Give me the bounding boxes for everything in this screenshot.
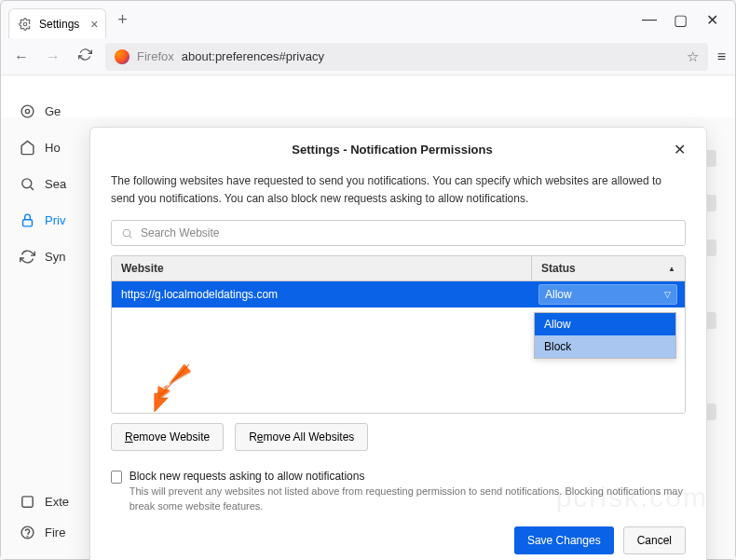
action-buttons: Remove Website Remove All Websites xyxy=(111,423,686,451)
column-status[interactable]: Status ▲ xyxy=(531,256,685,280)
toolbar: ← → Firefox about:preferences#privacy ☆ … xyxy=(1,38,735,75)
column-website[interactable]: Website xyxy=(112,256,531,280)
save-changes-button[interactable]: Save Changes xyxy=(514,526,614,554)
back-button[interactable]: ← xyxy=(10,48,33,65)
close-icon[interactable]: × xyxy=(90,17,98,32)
search-icon xyxy=(121,227,133,239)
status-value: Allow xyxy=(545,288,572,301)
remove-all-button[interactable]: Remove All Websites xyxy=(235,423,368,451)
svg-point-2 xyxy=(21,105,34,117)
bookmark-star-icon[interactable]: ☆ xyxy=(687,48,699,65)
status-dropdown: Allow Block xyxy=(534,312,676,359)
close-button[interactable]: ✕ xyxy=(705,11,718,29)
window-controls: — ▢ ✕ xyxy=(642,11,728,29)
firefox-logo-icon xyxy=(115,49,129,64)
modal-backdrop: Settings - Notification Permissions ✕ Th… xyxy=(1,117,735,559)
table-header: Website Status ▲ xyxy=(112,256,685,281)
website-cell: https://g.localmodeldatings.com xyxy=(112,288,531,301)
svg-point-0 xyxy=(23,22,27,26)
block-new-checkbox[interactable] xyxy=(111,471,122,484)
status-cell: Allow ▽ xyxy=(531,284,685,305)
modal-header: Settings - Notification Permissions ✕ xyxy=(111,131,686,167)
url-bar[interactable]: Firefox about:preferences#privacy ☆ xyxy=(105,43,708,71)
sort-indicator-icon: ▲ xyxy=(668,265,675,273)
block-new-label[interactable]: Block new requests asking to allow notif… xyxy=(129,470,686,483)
url-text: about:preferences#privacy xyxy=(182,49,324,63)
table-row[interactable]: https://g.localmodeldatings.com Allow ▽ xyxy=(112,281,685,307)
column-status-label: Status xyxy=(541,262,576,275)
gear-icon xyxy=(19,18,32,31)
new-tab-button[interactable]: + xyxy=(112,8,133,32)
browser-window: Settings × + — ▢ ✕ ← → Firefox about:pre… xyxy=(0,0,736,560)
reload-button[interactable] xyxy=(74,48,96,65)
block-new-row: Block new requests asking to allow notif… xyxy=(111,470,686,513)
menu-button[interactable]: ≡ xyxy=(717,48,726,65)
modal-close-button[interactable]: ✕ xyxy=(674,141,686,158)
url-prefix: Firefox xyxy=(137,49,174,63)
cancel-button[interactable]: Cancel xyxy=(623,526,686,554)
status-select[interactable]: Allow ▽ xyxy=(538,284,677,305)
tab-settings[interactable]: Settings × xyxy=(8,8,106,38)
remove-website-button[interactable]: Remove Website xyxy=(111,423,224,451)
modal-description: The following websites have requested to… xyxy=(111,172,686,207)
notification-permissions-modal: Settings - Notification Permissions ✕ Th… xyxy=(89,127,707,560)
tab-title: Settings xyxy=(39,18,79,31)
minimize-button[interactable]: — xyxy=(642,11,655,29)
search-placeholder: Search Website xyxy=(141,226,220,239)
forward-button[interactable]: → xyxy=(42,48,64,65)
dropdown-option-block[interactable]: Block xyxy=(535,335,675,358)
svg-point-8 xyxy=(123,229,130,237)
sidebar-item-label: Ge xyxy=(45,104,61,118)
svg-point-1 xyxy=(25,109,29,113)
titlebar: Settings × + — ▢ ✕ xyxy=(1,1,735,38)
content-area: Ge Ho Sea Priv Syn Exte xyxy=(1,75,735,559)
dropdown-option-allow[interactable]: Allow xyxy=(535,313,675,335)
block-new-description: This will prevent any websites not liste… xyxy=(129,485,686,513)
chevron-down-icon: ▽ xyxy=(664,290,671,299)
modal-title: Settings - Notification Permissions xyxy=(111,143,674,157)
remove-website-label: emove Website xyxy=(133,430,210,444)
maximize-button[interactable]: ▢ xyxy=(674,11,687,29)
reload-icon xyxy=(78,48,92,61)
search-website-input[interactable]: Search Website xyxy=(111,220,686,246)
modal-footer: Save Changes Cancel xyxy=(111,526,686,554)
remove-all-label: move All Websites xyxy=(264,430,355,444)
